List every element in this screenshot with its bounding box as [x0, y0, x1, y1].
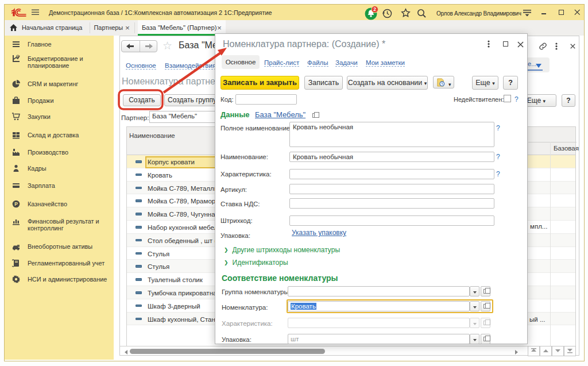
svg-text:P: P — [17, 55, 18, 58]
svg-text:2: 2 — [373, 6, 376, 12]
svg-text:P: P — [14, 201, 18, 207]
